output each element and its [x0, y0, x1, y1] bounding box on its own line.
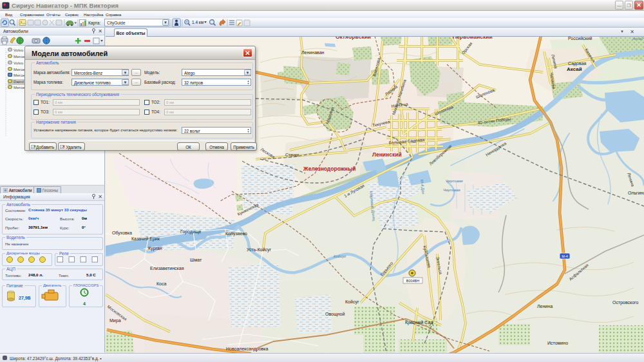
svg-text:Казачий Ерик: Казачий Ерик — [131, 236, 160, 242]
svg-text:Железнодорожный: Железнодорожный — [303, 166, 355, 172]
svg-text:Ленина: Ленина — [537, 304, 553, 309]
svg-text:Новоалександровка: Новоалександровка — [226, 347, 269, 352]
svg-text:Красный Сад: Красный Сад — [405, 320, 433, 325]
svg-text:Первомайский: Первомайский — [453, 37, 493, 40]
svg-text:Мира: Мира — [109, 318, 121, 323]
svg-text:Октябрьский: Октябрьский — [336, 37, 371, 40]
svg-text:М-4: М-4 — [562, 254, 567, 258]
svg-text:Аксай .: Аксай . — [632, 37, 644, 41]
svg-text:Овощной: Овощной — [325, 312, 345, 317]
svg-text:Ленинаван: Ленинаван — [301, 50, 325, 55]
svg-text:Чмутовая: Чмутовая — [443, 188, 460, 192]
svg-text:Койсуг: Койсуг — [345, 300, 359, 305]
svg-text:Садовая: Садовая — [568, 61, 587, 66]
svg-text:Аксай: Аксай — [567, 66, 582, 72]
svg-text:Островского: Островского — [612, 300, 639, 305]
svg-text:Шмат: Шмат — [190, 258, 202, 262]
svg-text:Стачки: Стачки — [285, 153, 299, 157]
svg-text:Колузаево: Колузаево — [225, 231, 247, 236]
svg-text:Ольгинская: Ольгинская — [628, 191, 644, 195]
svg-text:Ленинский: Ленинский — [372, 151, 402, 158]
svg-text:Койсуг: Койсуг — [334, 254, 346, 258]
svg-text:Истомино: Истомино — [547, 341, 568, 345]
svg-text:Чмутовая: Чмутовая — [446, 179, 463, 183]
svg-text:Елизаветинская: Елизаветинская — [150, 266, 184, 271]
svg-text:4: 4 — [83, 301, 86, 306]
svg-text:Коса: Коса — [156, 281, 166, 286]
svg-text:27,9В: 27,9В — [19, 296, 31, 301]
svg-text:Обуховка: Обуховка — [112, 231, 132, 236]
svg-text:Российский: Российский — [568, 37, 592, 41]
svg-text:Городище: Городище — [180, 229, 202, 234]
svg-text:Усть-Койсуг: Усть-Койсуг — [247, 247, 272, 252]
svg-text:Курган: Курган — [148, 246, 162, 251]
svg-text:В004ВН: В004ВН — [406, 279, 420, 283]
